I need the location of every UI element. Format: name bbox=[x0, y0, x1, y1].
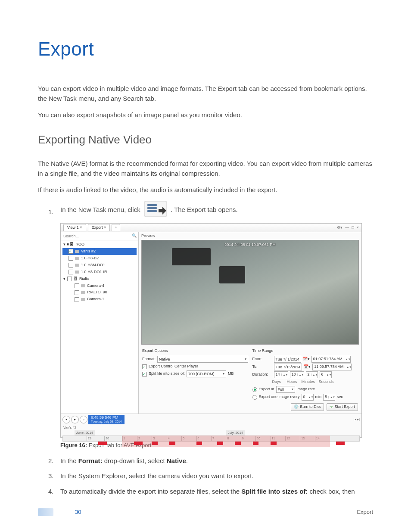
timeline-track[interactable]: June, 2014 July, 2014 2930 12 34 56 78 9… bbox=[62, 430, 360, 436]
intro-para-2: You can also export snapshots of an imag… bbox=[38, 110, 373, 120]
footer-decoration bbox=[38, 508, 53, 516]
export-one-radio[interactable] bbox=[252, 395, 257, 400]
export-one-sec-unit: sec bbox=[337, 394, 343, 400]
tree-item-h3b2[interactable]: 1.0-H3-B2 bbox=[62, 255, 137, 262]
play-next-button[interactable]: ▹ bbox=[80, 416, 87, 423]
minimize-icon[interactable]: — bbox=[345, 225, 349, 231]
export-options-title: Export Options bbox=[142, 348, 248, 354]
unit-days: Days bbox=[272, 379, 285, 385]
duration-label: Duration: bbox=[252, 372, 272, 378]
svg-rect-1 bbox=[147, 204, 157, 206]
month-july: July, 2014 bbox=[226, 430, 245, 436]
to-label: To: bbox=[252, 364, 272, 370]
play-button[interactable]: ▸ bbox=[71, 416, 79, 423]
export-at-select[interactable]: Full bbox=[276, 386, 295, 393]
unit-hours: Hours bbox=[287, 379, 300, 385]
tree-item-vans2[interactable]: Van's #2 bbox=[62, 248, 137, 255]
footer-section: Export bbox=[357, 508, 373, 516]
section-heading: Exporting Native Video bbox=[38, 131, 373, 148]
tree-item-rialto90[interactable]: RIALTO_90 bbox=[62, 289, 137, 296]
to-time[interactable]: 11:09:57:784 AM▲▼ bbox=[312, 364, 352, 370]
duration-sec[interactable]: 6▲▼ bbox=[320, 371, 332, 378]
tab-add[interactable]: + bbox=[112, 224, 120, 232]
format-label: Format: bbox=[142, 356, 156, 362]
tab-export[interactable]: Export × bbox=[88, 224, 110, 232]
split-checkbox[interactable] bbox=[142, 372, 147, 376]
duration-days[interactable]: 14▲▼ bbox=[274, 371, 288, 378]
export-at-label-a: Export at bbox=[259, 386, 274, 392]
from-label: From: bbox=[252, 356, 272, 362]
section-para-1: The Native (AVE) format is the recommend… bbox=[38, 159, 373, 179]
duration-hours[interactable]: 10▲▼ bbox=[290, 371, 304, 378]
split-label: Split file into sizes of: bbox=[149, 371, 185, 377]
search-input[interactable] bbox=[62, 233, 130, 239]
close-icon[interactable]: × bbox=[357, 225, 359, 231]
tree-item-cam4[interactable]: Camera-4 bbox=[62, 283, 137, 289]
svg-rect-2 bbox=[147, 207, 157, 209]
step-1-text-b: . The Export tab opens. bbox=[171, 206, 238, 213]
export-at-radio[interactable] bbox=[252, 387, 257, 392]
step-1: In the New Task menu, click . The Export… bbox=[60, 201, 373, 450]
unit-min: Minutes bbox=[302, 379, 317, 385]
step-4: To automatically divide the export into … bbox=[60, 486, 373, 496]
video-preview: 2014-Jul-08 04:19:07.061 PM bbox=[141, 240, 359, 345]
figure-screenshot: View 1 × Export × + ⚙▾ — □ × bbox=[60, 223, 362, 438]
export-options-panel: Export Options Format: Native Export Con… bbox=[142, 348, 248, 412]
export-one-sec[interactable]: 5▲▼ bbox=[323, 394, 335, 401]
export-one-min[interactable]: 0▲▼ bbox=[302, 394, 314, 401]
player-checkbox[interactable] bbox=[142, 364, 147, 369]
tree-item-h3do1ir[interactable]: 1.0-H3-DO1-IR bbox=[62, 269, 137, 276]
page-footer: 30 Export bbox=[38, 508, 373, 516]
unit-sec: Seconds bbox=[319, 379, 334, 385]
split-size-select[interactable]: 700 (CD-ROM) bbox=[187, 370, 226, 377]
time-range-panel: Time Range From: Tue 7/ 1/2014 📅▾ 01:07:… bbox=[252, 348, 358, 412]
step-1-text-a: In the New Task menu, click bbox=[60, 206, 142, 213]
section-para-2: If there is audio linked to the video, t… bbox=[38, 185, 373, 195]
disc-icon: 💿 bbox=[294, 404, 299, 410]
tree-item-cam1[interactable]: Camera-1 bbox=[62, 296, 137, 303]
page-title: Export bbox=[38, 34, 373, 64]
timeline-clock: 6:48:59 546 PM Tuesday, July 08, 2014 bbox=[88, 415, 125, 424]
calendar-icon[interactable]: 📅▾ bbox=[303, 356, 310, 362]
to-date[interactable]: Tue 7/15/2014 bbox=[274, 364, 302, 370]
gear-icon[interactable]: ⚙▾ bbox=[337, 225, 342, 231]
svg-rect-3 bbox=[147, 210, 157, 212]
player-label: Export Control Center Player bbox=[149, 364, 198, 370]
tab-view1[interactable]: View 1 × bbox=[63, 224, 86, 232]
tree-root[interactable]: ▾ ■ 🗄 ROO bbox=[62, 241, 137, 248]
preview-label: Preview bbox=[139, 232, 361, 240]
split-unit: MB bbox=[228, 371, 234, 377]
step-3: In the System Explorer, select the camer… bbox=[60, 471, 373, 481]
timeline-cam-label: Van's #2 bbox=[61, 425, 361, 430]
timeline: ◂ ▸ ▹ 6:48:59 546 PM Tuesday, July 08, 2… bbox=[61, 414, 361, 437]
intro-para-1: You can export video in multiple video a… bbox=[38, 84, 373, 104]
step-2: In the Format: drop-down list, select Na… bbox=[60, 456, 373, 466]
time-range-title: Time Range bbox=[252, 348, 358, 354]
start-export-button[interactable]: ➔Start Export bbox=[327, 403, 358, 411]
export-one-min-unit: min bbox=[315, 394, 322, 400]
export-at-label-b: image rate bbox=[297, 386, 315, 392]
burn-to-disc-button[interactable]: 💿Burn to Disc bbox=[291, 403, 324, 411]
tree-rialto[interactable]: ▾ 🗄 Rialto bbox=[62, 276, 137, 283]
month-june: June, 2014 bbox=[75, 430, 95, 436]
arrow-right-icon: ➔ bbox=[330, 404, 333, 410]
app-tabbar: View 1 × Export × + ⚙▾ — □ × bbox=[61, 224, 361, 232]
page-number: 30 bbox=[75, 508, 81, 516]
format-select[interactable]: Native bbox=[157, 356, 248, 363]
export-one-label: Export one image every bbox=[259, 394, 300, 400]
from-time[interactable]: 01:07:51:784 AM▲▼ bbox=[311, 356, 351, 363]
preview-timestamp: 2014-Jul-08 04:19:07.061 PM bbox=[224, 242, 276, 248]
search-icon[interactable]: 🔍 bbox=[132, 233, 137, 239]
maximize-icon[interactable]: □ bbox=[352, 225, 354, 231]
tree-item-h3mdo1[interactable]: 1.0-H3M-DO1 bbox=[62, 262, 137, 269]
from-date[interactable]: Tue 7/ 1/2014 bbox=[274, 356, 301, 363]
calendar-icon[interactable]: 📅▾ bbox=[304, 364, 311, 370]
export-task-icon bbox=[144, 201, 167, 217]
play-prev-button[interactable]: ◂ bbox=[62, 416, 70, 423]
system-explorer: 🔍 ▾ ■ 🗄 ROO Van's #2 1.0-H3-B2 1.0-H3M-D… bbox=[61, 232, 139, 414]
duration-min[interactable]: 2▲▼ bbox=[306, 371, 318, 378]
